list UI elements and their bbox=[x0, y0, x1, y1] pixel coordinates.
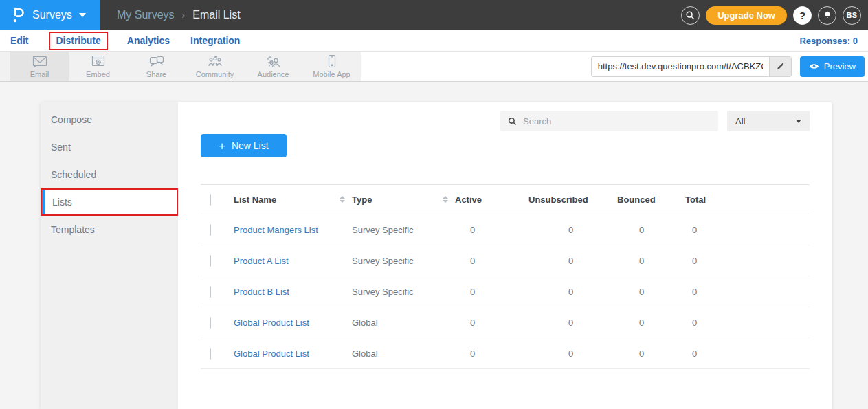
sidebar-item-templates[interactable]: Templates bbox=[41, 216, 178, 243]
user-avatar[interactable]: BS bbox=[843, 6, 861, 25]
channel-audience[interactable]: Audience bbox=[244, 52, 302, 81]
preview-button[interactable]: Preview bbox=[800, 56, 865, 77]
new-list-button[interactable]: + New List bbox=[201, 134, 287, 157]
list-name-link[interactable]: Global Product List bbox=[234, 318, 352, 328]
responses-count[interactable]: Responses: 0 bbox=[799, 36, 858, 46]
mobile-icon bbox=[326, 54, 338, 69]
bounced-count: 0 bbox=[617, 287, 685, 297]
email-lists-table: List Name Type Active Unsubscribed Bounc… bbox=[201, 184, 810, 369]
bounced-count: 0 bbox=[617, 256, 685, 266]
active-count: 0 bbox=[455, 287, 528, 297]
channel-embed[interactable]: Embed bbox=[69, 52, 127, 81]
column-header-list-name[interactable]: List Name bbox=[234, 195, 352, 205]
top-header: Surveys My Surveys › Email List Upgrade … bbox=[0, 0, 868, 30]
list-type: Survey Specific bbox=[352, 287, 455, 297]
survey-tab-bar: Edit Distribute Analytics Integration Re… bbox=[0, 30, 868, 51]
list-type: Global bbox=[352, 318, 455, 328]
toolbar-right: Preview bbox=[591, 52, 868, 81]
sidebar-item-scheduled[interactable]: Scheduled bbox=[41, 161, 178, 188]
eye-icon bbox=[809, 63, 819, 70]
channel-group: Email Embed Share bbox=[0, 52, 361, 81]
bounced-count: 0 bbox=[617, 349, 685, 359]
channel-share[interactable]: Share bbox=[127, 52, 186, 81]
notifications-button[interactable] bbox=[818, 6, 836, 25]
survey-url-input[interactable] bbox=[592, 57, 769, 76]
channel-email[interactable]: Email bbox=[10, 52, 69, 81]
sidebar-item-lists[interactable]: Lists bbox=[41, 188, 178, 216]
sidebar-item-compose[interactable]: Compose bbox=[41, 106, 178, 133]
row-checkbox[interactable] bbox=[210, 286, 211, 298]
total-count: 0 bbox=[685, 225, 810, 235]
total-count: 0 bbox=[685, 287, 810, 297]
list-type: Global bbox=[352, 349, 455, 359]
tab-analytics[interactable]: Analytics bbox=[127, 35, 170, 46]
edit-url-button[interactable] bbox=[769, 57, 791, 76]
column-header-type[interactable]: Type bbox=[352, 195, 455, 205]
chevron-down-icon bbox=[79, 13, 86, 17]
search-icon bbox=[508, 117, 517, 126]
search-icon bbox=[685, 10, 695, 21]
table-row: Product B List Survey Specific 0 0 0 0 bbox=[201, 276, 810, 307]
filter-selected-value: All bbox=[735, 116, 745, 126]
question-mark-icon: ? bbox=[799, 10, 805, 21]
community-icon bbox=[207, 54, 223, 69]
unsubscribed-count: 0 bbox=[528, 256, 617, 266]
pencil-icon bbox=[776, 62, 785, 71]
tab-distribute[interactable]: Distribute bbox=[49, 32, 107, 50]
upgrade-now-button[interactable]: Upgrade Now bbox=[706, 6, 787, 25]
row-checkbox[interactable] bbox=[210, 255, 211, 267]
topbar-actions: Upgrade Now ? BS bbox=[681, 6, 868, 25]
search-button[interactable] bbox=[681, 6, 700, 25]
lists-content: All + New List List Name Type Active Uns bbox=[178, 102, 832, 409]
row-checkbox[interactable] bbox=[210, 317, 211, 329]
sidebar-item-sent[interactable]: Sent bbox=[41, 133, 178, 161]
table-row: Product Mangers List Survey Specific 0 0… bbox=[201, 214, 810, 245]
table-row: Global Product List Global 0 0 0 0 bbox=[201, 307, 810, 338]
table-row: Global Product List Global 0 0 0 0 bbox=[201, 338, 810, 369]
sort-icon bbox=[443, 196, 448, 203]
breadcrumb-parent[interactable]: My Surveys bbox=[117, 9, 175, 21]
tab-edit[interactable]: Edit bbox=[10, 35, 28, 46]
unsubscribed-count: 0 bbox=[528, 225, 617, 235]
embed-icon bbox=[91, 55, 106, 69]
plus-icon: + bbox=[219, 140, 225, 152]
table-row: Product A List Survey Specific 0 0 0 0 bbox=[201, 245, 810, 276]
active-count: 0 bbox=[455, 256, 528, 266]
list-search-box bbox=[500, 111, 718, 131]
breadcrumb-current: Email List bbox=[192, 9, 240, 21]
column-header-active: Active bbox=[455, 195, 528, 205]
channel-mobile-app[interactable]: Mobile App bbox=[302, 52, 361, 81]
total-count: 0 bbox=[685, 349, 810, 359]
email-lists-panel: Compose Sent Scheduled Lists Templates A… bbox=[41, 102, 832, 409]
total-count: 0 bbox=[685, 256, 810, 266]
distribute-toolbar: Email Embed Share bbox=[0, 51, 868, 82]
bounced-count: 0 bbox=[617, 318, 685, 328]
help-button[interactable]: ? bbox=[793, 6, 812, 25]
product-menu[interactable]: Surveys bbox=[0, 0, 100, 30]
list-name-link[interactable]: Product A List bbox=[234, 256, 352, 266]
avatar-initials: BS bbox=[846, 11, 857, 19]
list-type: Survey Specific bbox=[352, 256, 455, 266]
unsubscribed-count: 0 bbox=[528, 349, 617, 359]
survey-url-box bbox=[591, 56, 792, 77]
list-name-link[interactable]: Product B List bbox=[234, 287, 352, 297]
breadcrumb-separator: › bbox=[182, 10, 186, 21]
column-header-total: Total bbox=[685, 195, 810, 205]
tab-integration[interactable]: Integration bbox=[190, 35, 240, 46]
share-icon bbox=[148, 55, 165, 69]
audience-icon bbox=[265, 55, 282, 69]
channel-community[interactable]: Community bbox=[186, 52, 244, 81]
chevron-down-icon bbox=[796, 120, 801, 123]
sort-icon bbox=[340, 196, 345, 203]
list-name-link[interactable]: Global Product List bbox=[234, 349, 352, 359]
total-count: 0 bbox=[685, 318, 810, 328]
email-sidebar: Compose Sent Scheduled Lists Templates bbox=[41, 102, 178, 409]
list-type-filter[interactable]: All bbox=[727, 111, 810, 131]
row-checkbox[interactable] bbox=[210, 224, 211, 236]
list-search-input[interactable] bbox=[523, 116, 711, 126]
table-header-row: List Name Type Active Unsubscribed Bounc… bbox=[201, 184, 810, 214]
select-all-checkbox[interactable] bbox=[210, 194, 211, 206]
row-checkbox[interactable] bbox=[210, 348, 211, 360]
active-count: 0 bbox=[455, 349, 528, 359]
list-name-link[interactable]: Product Mangers List bbox=[234, 225, 352, 235]
